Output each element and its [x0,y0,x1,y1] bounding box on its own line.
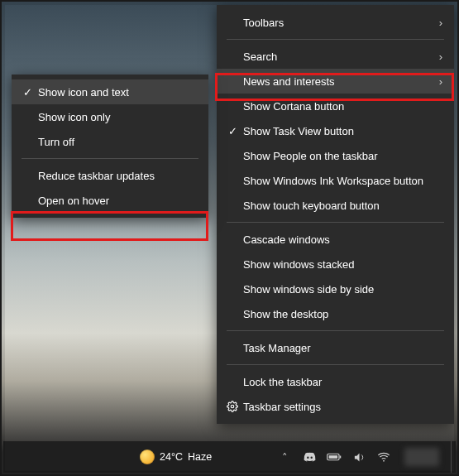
weather-condition: Haze [188,451,212,463]
submenu-turn-off[interactable]: Turn off [12,129,208,154]
submenu-open-on-hover[interactable]: Open on hover [12,188,208,213]
separator [22,158,198,159]
menu-show-desktop[interactable]: Show the desktop [217,301,454,326]
system-tray: ˄ [277,448,439,466]
label: News and interests [243,75,433,88]
menu-task-manager[interactable]: Task Manager [217,335,454,360]
taskbar-context-menu: Toolbars › Search › News and interests ›… [217,5,454,424]
label: Show the desktop [243,308,442,320]
wifi-icon[interactable] [376,450,391,464]
label: Task Manager [243,342,442,354]
menu-ink-workspace[interactable]: Show Windows Ink Workspace button [217,168,454,193]
menu-side-by-side[interactable]: Show windows side by side [217,276,454,301]
label: Turn off [38,136,197,148]
discord-icon[interactable] [302,451,317,464]
label: Open on hover [38,195,197,207]
news-interests-submenu: ✓ Show icon and text Show icon only Turn… [12,75,208,218]
menu-search[interactable]: Search › [217,44,454,69]
gear-icon [222,401,243,412]
label: Cascade windows [243,233,442,246]
label: Taskbar settings [243,401,442,413]
svg-rect-3 [340,456,342,459]
battery-icon[interactable] [327,452,342,462]
weather-sun-icon [140,450,155,464]
menu-touch-keyboard[interactable]: Show touch keyboard button [217,193,454,218]
label: Show windows side by side [243,283,442,296]
label: Search [243,50,433,63]
tray-overflow-icon[interactable]: ˄ [277,451,292,464]
svg-point-0 [231,405,234,408]
submenu-reduce-updates[interactable]: Reduce taskbar updates [12,163,208,188]
menu-cascade[interactable]: Cascade windows [217,227,454,252]
show-desktop-button[interactable] [451,441,456,473]
submenu-show-icon-only[interactable]: Show icon only [12,104,208,129]
submenu-arrow-icon: › [433,50,442,63]
label: Toolbars [243,17,433,29]
separator [227,222,444,223]
label: Show icon only [38,111,197,123]
svg-point-4 [383,460,385,462]
tray-blurred-area [404,448,439,466]
checkmark-icon: ✓ [222,125,243,137]
separator [227,364,444,365]
taskbar-weather[interactable]: 24°C Haze [140,450,212,464]
label: Show Windows Ink Workspace button [243,175,442,187]
menu-cortana[interactable]: Show Cortana button [217,94,454,118]
menu-people[interactable]: Show People on the taskbar [217,143,454,168]
submenu-show-icon-and-text[interactable]: ✓ Show icon and text [12,79,208,104]
menu-stacked[interactable]: Show windows stacked [217,252,454,276]
menu-task-view[interactable]: ✓ Show Task View button [217,118,454,143]
label: Show People on the taskbar [243,150,442,162]
taskbar[interactable]: 24°C Haze ˄ [3,441,456,473]
menu-toolbars[interactable]: Toolbars › [217,10,454,35]
label: Show windows stacked [243,258,442,271]
label: Reduce taskbar updates [38,170,197,182]
menu-lock-taskbar[interactable]: Lock the taskbar [217,369,454,394]
checkmark-icon: ✓ [17,86,38,99]
submenu-arrow-icon: › [433,75,442,88]
label: Show Task View button [243,125,442,137]
separator [227,39,444,40]
label: Show Cortana button [243,100,442,113]
menu-taskbar-settings[interactable]: Taskbar settings [217,394,454,419]
menu-news-and-interests[interactable]: News and interests › [217,69,454,94]
volume-icon[interactable] [351,451,366,464]
submenu-arrow-icon: › [433,17,442,29]
separator [227,330,444,331]
weather-temp: 24°C [160,451,183,463]
label: Show touch keyboard button [243,200,442,212]
label: Lock the taskbar [243,376,442,388]
svg-rect-2 [329,455,338,459]
label: Show icon and text [38,86,197,99]
